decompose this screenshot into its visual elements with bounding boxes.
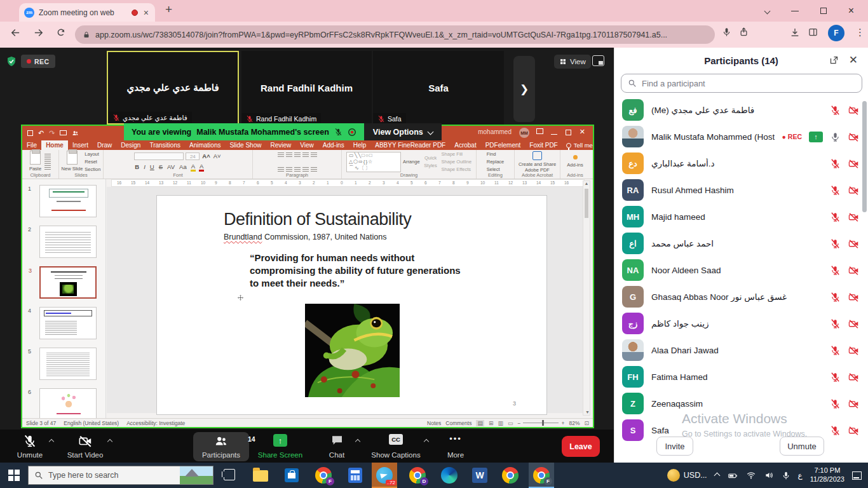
quick-styles-button[interactable]: Quick Styles xyxy=(422,154,440,169)
ppt-tab-home[interactable]: Home xyxy=(41,140,68,150)
shrink-font-icon[interactable]: A˅ xyxy=(213,152,222,159)
columns-icon[interactable] xyxy=(311,167,317,172)
video-tile-1[interactable]: فاطمة عدي علي مجدي فاطمة عدي علي مجدي xyxy=(107,51,239,125)
more-button[interactable]: ••• More xyxy=(440,432,471,461)
grow-font-icon[interactable]: A˄ xyxy=(201,152,210,159)
paste-icon[interactable] xyxy=(30,151,41,165)
video-options-chevron[interactable] xyxy=(108,435,112,446)
leave-button[interactable]: Leave xyxy=(562,436,600,457)
taskbar-search[interactable]: Type here to search xyxy=(28,466,214,485)
shapes-gallery[interactable]: ▭╲╲□○□△⬡⇨{}☆⌒∿〔〕 xyxy=(346,152,401,172)
ppt-restore-icon[interactable] xyxy=(566,130,571,135)
chrome-profile-f-icon[interactable]: F xyxy=(315,467,332,484)
accessibility-status[interactable]: Accessibility: Investigate xyxy=(126,420,185,426)
ppt-account-name[interactable]: mohammed xyxy=(478,128,512,135)
ppt-tab-draw[interactable]: Draw xyxy=(93,140,116,150)
character-spacing-icon[interactable]: AV xyxy=(166,163,175,170)
chrome-active-icon[interactable]: F xyxy=(533,467,550,484)
tab-search-icon[interactable] xyxy=(764,8,770,14)
participant-row[interactable]: Alaa Dhari Jawad xyxy=(614,337,868,363)
reading-view-icon[interactable]: ▥ xyxy=(498,420,503,426)
mic-on-icon[interactable] xyxy=(830,132,841,142)
mic-muted-icon[interactable] xyxy=(830,345,841,356)
back-icon[interactable] xyxy=(10,27,21,38)
chrome-active-cell[interactable]: F xyxy=(529,463,554,488)
strikethrough-icon[interactable]: S xyxy=(158,163,163,170)
tab-close-icon[interactable]: × xyxy=(142,8,150,18)
frog-photo[interactable] xyxy=(305,304,400,397)
chat-options-chevron[interactable] xyxy=(356,435,360,446)
mic-muted-icon[interactable] xyxy=(830,398,841,409)
ppt-tab-file[interactable]: File xyxy=(22,140,41,150)
ppt-tab-acrobat[interactable]: Acrobat xyxy=(450,140,480,150)
ppt-tab-pdfelement[interactable]: PDFelement xyxy=(481,140,526,150)
participant-row[interactable]: MH Majid hameed xyxy=(614,203,868,230)
audio-options-chevron[interactable] xyxy=(50,435,53,446)
copy-icon[interactable] xyxy=(44,159,51,165)
align-left-icon[interactable] xyxy=(278,167,284,172)
wifi-icon[interactable] xyxy=(746,471,756,480)
video-off-icon[interactable] xyxy=(848,265,860,276)
participant-row[interactable]: FH Fatima Hamed xyxy=(614,363,868,390)
slide-thumb-5[interactable]: 5 xyxy=(39,348,97,380)
start-video-button[interactable]: Start Video xyxy=(64,432,107,461)
highlight-icon[interactable]: A xyxy=(191,163,196,172)
paste-label[interactable]: Paste xyxy=(29,165,41,172)
participant-row[interactable]: فع فاطمة عدي علي مجدي (Me) xyxy=(614,97,868,123)
video-off-icon[interactable] xyxy=(848,372,860,383)
share-icon[interactable] xyxy=(739,27,749,37)
video-off-icon[interactable] xyxy=(848,318,860,329)
indent-increase-icon[interactable] xyxy=(302,152,309,158)
video-off-icon[interactable] xyxy=(848,212,860,222)
chat-button[interactable]: Chat xyxy=(320,432,353,461)
ppt-tab-abbyy[interactable]: ABBYY FineReader PDF xyxy=(370,140,450,150)
screen-icon[interactable] xyxy=(592,55,604,66)
new-tab-button[interactable]: + xyxy=(165,3,172,17)
slide-thumb-6[interactable]: 6 xyxy=(39,388,97,418)
line-spacing-icon[interactable] xyxy=(311,152,317,158)
font-color-icon[interactable]: A xyxy=(199,163,204,172)
bullets-icon[interactable] xyxy=(278,152,284,158)
mic-muted-icon[interactable] xyxy=(830,425,841,436)
maximize-button[interactable] xyxy=(820,8,827,14)
tray-mic-icon[interactable] xyxy=(782,471,790,480)
mic-muted-icon[interactable] xyxy=(830,185,841,196)
ppt-tab-addins[interactable]: Add-ins xyxy=(318,140,349,150)
participant-row[interactable]: اع احمد عباس محمد xyxy=(614,230,868,257)
address-bar[interactable]: app.zoom.us/wc/73830514078/join?fromPWA=… xyxy=(75,25,715,44)
reload-icon[interactable] xyxy=(56,27,66,37)
participants-scrollbar[interactable] xyxy=(862,98,867,454)
indent-decrease-icon[interactable] xyxy=(294,152,301,158)
ppt-tab-design[interactable]: Design xyxy=(116,140,145,150)
mic-muted-icon[interactable] xyxy=(830,372,841,383)
participant-row[interactable]: Z Zeenaqassim xyxy=(614,390,868,417)
view-options-button[interactable]: View Options xyxy=(364,123,442,140)
video-off-icon[interactable] xyxy=(848,132,860,142)
captions-options-chevron[interactable] xyxy=(424,435,428,446)
popout-icon[interactable] xyxy=(829,55,839,65)
justify-icon[interactable] xyxy=(302,167,309,172)
fit-slide-icon[interactable]: ⊡ xyxy=(584,420,589,426)
layout-button[interactable]: Layout xyxy=(85,151,100,158)
ribbon-options-icon[interactable] xyxy=(536,128,543,134)
video-tile-3[interactable]: Safa Safa xyxy=(373,51,504,125)
battery-icon[interactable] xyxy=(727,471,738,480)
microsoft-store-icon[interactable] xyxy=(283,467,300,484)
shape-fill-button[interactable]: Shape Fill xyxy=(442,151,472,158)
video-off-icon[interactable] xyxy=(848,292,860,302)
telegram-taskbar-cell[interactable]: ..72 xyxy=(372,463,397,488)
participant-row[interactable]: NA Noor Aldeen Saad xyxy=(614,257,868,283)
comments-button[interactable]: Comments xyxy=(445,420,471,426)
chrome-profile-d-icon[interactable]: D xyxy=(409,467,426,484)
calculator-icon[interactable] xyxy=(347,467,363,484)
language-indicator[interactable]: ع xyxy=(798,471,803,480)
browser-menu-icon[interactable]: ⋮ xyxy=(855,27,865,38)
change-case-icon[interactable]: Aa xyxy=(179,163,187,170)
show-captions-button[interactable]: CC Show Captions xyxy=(369,432,423,461)
unmute-button[interactable]: Unmute xyxy=(11,432,48,461)
side-panel-icon[interactable] xyxy=(808,27,818,37)
scrollbar-thumb[interactable] xyxy=(585,189,588,218)
arrange-button[interactable]: Arrange xyxy=(403,158,420,165)
security-shield-icon[interactable] xyxy=(6,55,17,67)
mic-icon[interactable] xyxy=(722,27,731,37)
